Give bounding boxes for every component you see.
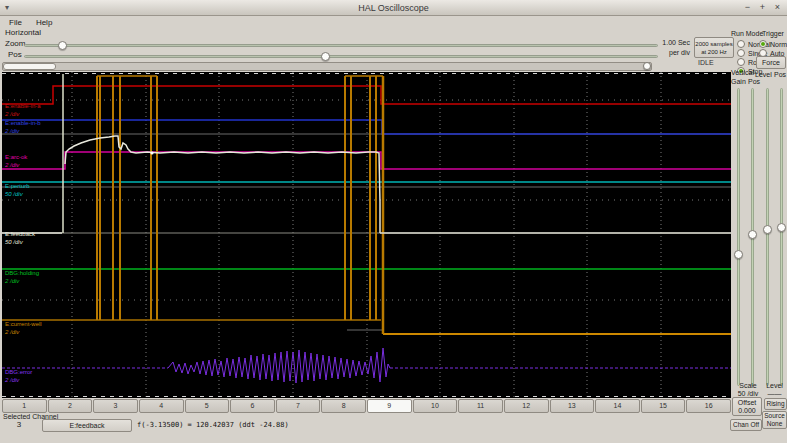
gain-slider-track[interactable] — [737, 88, 740, 386]
menubar: File Help — [6, 17, 55, 28]
menu-file[interactable]: File — [6, 17, 25, 28]
minimize-button[interactable]: − — [741, 2, 754, 14]
channel-button-3[interactable]: 3 — [93, 399, 138, 413]
trigger-marker-dot — [150, 151, 153, 154]
pos-slider-knob[interactable] — [321, 52, 330, 61]
radio-selected-icon — [759, 40, 767, 48]
channel-button-12[interactable]: 12 — [504, 399, 549, 413]
rising-button[interactable]: Rising — [764, 398, 787, 410]
channel-button-13[interactable]: 13 — [550, 399, 595, 413]
offset-value: 0.000 — [738, 407, 756, 415]
record-position-bar[interactable] — [2, 62, 652, 71]
channel-label-E:enable-in-a: E:enable-in-a2 /div — [5, 103, 41, 118]
vertical-pos-slider-knob[interactable] — [748, 230, 757, 239]
maximize-button[interactable]: + — [756, 2, 769, 14]
channel-scale: 2 /div — [5, 377, 32, 385]
time-per-div-value: 1.00 Sec — [646, 39, 690, 46]
gain-slider-knob[interactable] — [734, 250, 743, 259]
vertical-gain-label: Gain — [731, 78, 746, 85]
vertical-pos-label: Pos — [748, 78, 760, 85]
channel-button-8[interactable]: 8 — [321, 399, 366, 413]
level-value: —— — [762, 390, 787, 397]
run-mode-label: Run Mode — [731, 30, 763, 37]
trigger-label: Trigger — [762, 30, 784, 37]
zoom-slider-knob[interactable] — [58, 41, 67, 50]
channel-button-14[interactable]: 14 — [595, 399, 640, 413]
radio-icon — [737, 40, 745, 48]
window-menu-icon[interactable]: ▾ — [5, 3, 9, 12]
channel-button-1[interactable]: 1 — [2, 399, 47, 413]
window-title: HAL Oscilloscope — [0, 3, 787, 13]
channel-scale: 2 /div — [5, 128, 41, 136]
pos-slider-label: Pos — [8, 50, 22, 59]
samples-button[interactable]: 2000 samples at 200 Hz — [694, 37, 734, 58]
channel-label-E:enable-in-b: E:enable-in-b2 /div — [5, 120, 41, 135]
channel-label-DBG:error: DBG:error2 /div — [5, 369, 32, 384]
scope-display[interactable]: E:enable-in-a2 /divE:enable-in-b2 /divE:… — [2, 72, 731, 398]
channel-name: DBG:holding — [5, 270, 39, 278]
trigger-pos-slider-track[interactable] — [780, 88, 783, 386]
channel-button-10[interactable]: 10 — [413, 399, 458, 413]
source-label: Source — [764, 412, 785, 420]
channel-scale: 2 /div — [5, 111, 41, 119]
channel-name: E:arc-ok — [5, 154, 27, 162]
level-label: Level — [762, 382, 787, 389]
radio-icon — [737, 58, 745, 66]
trace-enable-in-b — [2, 120, 731, 134]
samples-line1: 2000 samples — [695, 40, 732, 48]
pos-slider-track[interactable] — [24, 55, 658, 58]
selected-channel-number: 3 — [4, 420, 34, 429]
chan-off-button[interactable]: Chan Off — [730, 419, 762, 431]
channel-scale: 2 /div — [5, 278, 39, 286]
channel-name: E:current-well — [5, 321, 42, 329]
vertical-label: Vertical — [731, 69, 754, 76]
trace-error-noise — [168, 348, 390, 383]
record-position-knob[interactable] — [643, 62, 651, 70]
trigger-normal-label: Normal — [770, 41, 787, 48]
source-value: None — [767, 420, 783, 428]
channel-label-E:perturb: E:perturb50 /div — [5, 183, 30, 198]
menu-help[interactable]: Help — [33, 17, 55, 28]
trigger-normal[interactable]: Normal — [759, 40, 787, 48]
selected-channel-name-button[interactable]: E:feedback — [42, 419, 132, 432]
channel-button-row: 12345678910111213141516 — [2, 399, 731, 413]
channel-label-E:feedback: E:feedback50 /div — [5, 231, 35, 246]
trigger-level-slider-track[interactable] — [766, 88, 769, 386]
channel-button-11[interactable]: 11 — [458, 399, 503, 413]
channel-name: E:enable-in-a — [5, 103, 41, 111]
time-per-div-unit: per div — [646, 49, 690, 56]
trigger-level-slider-knob[interactable] — [763, 225, 772, 234]
channel-name: DBG:error — [5, 369, 32, 377]
channel-label-E:current-well: E:current-well2 /div — [5, 321, 42, 336]
scale-value: 50 /div — [733, 390, 763, 397]
trigger-pos-slider-knob[interactable] — [777, 223, 786, 232]
offset-button[interactable]: Offset 0.000 — [732, 397, 762, 416]
channel-button-6[interactable]: 6 — [230, 399, 275, 413]
channel-scale: 2 /div — [5, 329, 42, 337]
channel-button-5[interactable]: 5 — [185, 399, 230, 413]
close-button[interactable]: × — [771, 2, 784, 14]
scope-waveforms — [2, 72, 731, 398]
zoom-slider-track[interactable] — [24, 44, 658, 47]
channel-label-E:arc-ok: E:arc-ok2 /div — [5, 154, 27, 169]
titlebar[interactable]: ▾ HAL Oscilloscope − + × — [0, 0, 787, 16]
channel-button-15[interactable]: 15 — [641, 399, 686, 413]
trigger-pos-label: Pos — [774, 71, 786, 78]
samples-line2: at 200 Hz — [701, 48, 727, 56]
capture-status: IDLE — [698, 59, 714, 66]
channel-name: E:perturb — [5, 183, 30, 191]
trigger-level-label: Level — [755, 71, 772, 78]
channel-name: E:feedback — [5, 231, 35, 239]
channel-label-DBG:holding: DBG:holding2 /div — [5, 270, 39, 285]
scale-label: Scale — [733, 382, 763, 389]
channel-button-2[interactable]: 2 — [48, 399, 93, 413]
record-view-thumb[interactable] — [3, 63, 56, 70]
source-button[interactable]: Source None — [762, 411, 787, 429]
channel-button-4[interactable]: 4 — [139, 399, 184, 413]
channel-button-16[interactable]: 16 — [686, 399, 731, 413]
channel-button-9[interactable]: 9 — [367, 399, 412, 413]
horizontal-section-label: Horizontal — [5, 28, 41, 37]
force-button[interactable]: Force — [756, 56, 786, 69]
channel-name: E:enable-in-b — [5, 120, 41, 128]
channel-button-7[interactable]: 7 — [276, 399, 321, 413]
